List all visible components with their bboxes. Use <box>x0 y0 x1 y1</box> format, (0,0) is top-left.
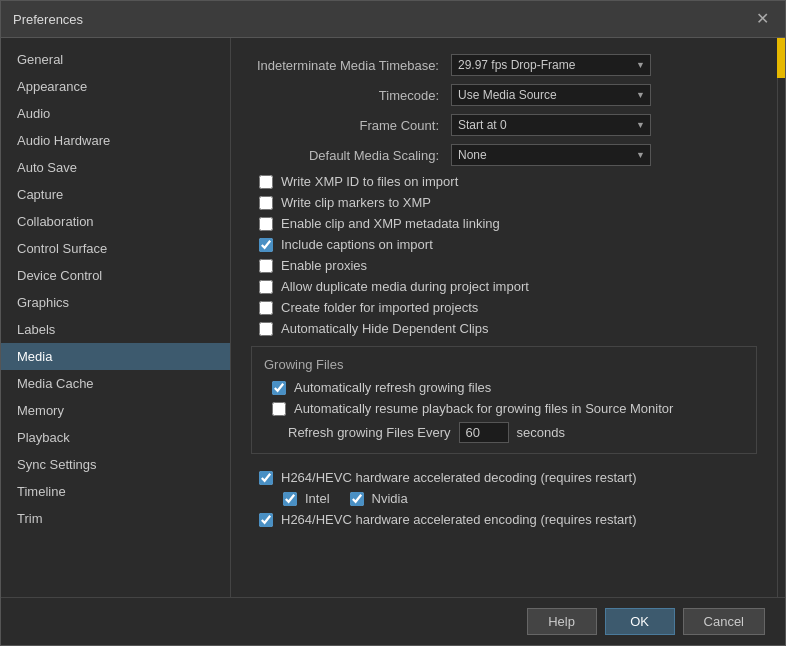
cb1-checkbox[interactable] <box>259 175 273 189</box>
checkbox-row-cb8: Automatically Hide Dependent Clips <box>251 321 757 336</box>
sidebar-item-graphics[interactable]: Graphics <box>1 289 230 316</box>
dialog-body: GeneralAppearanceAudioAudio HardwareAuto… <box>1 38 785 597</box>
right-accent <box>777 38 785 597</box>
checkbox-row-cb2: Write clip markers to XMP <box>251 195 757 210</box>
sidebar-item-auto-save[interactable]: Auto Save <box>1 154 230 181</box>
sidebar-item-trim[interactable]: Trim <box>1 505 230 532</box>
indeterminate-select-wrapper: 29.97 fps Drop-Frame <box>451 54 651 76</box>
sidebar-item-control-surface[interactable]: Control Surface <box>1 235 230 262</box>
cb4-checkbox[interactable] <box>259 238 273 252</box>
sidebar: GeneralAppearanceAudioAudio HardwareAuto… <box>1 38 231 597</box>
title-bar: Preferences ✕ <box>1 1 785 38</box>
growing-files-section: Growing Files Automatically refresh grow… <box>251 346 757 454</box>
checkboxes-container: Write XMP ID to files on importWrite cli… <box>251 174 757 336</box>
cb3-checkbox[interactable] <box>259 217 273 231</box>
refresh-row: Refresh growing Files Every seconds <box>264 422 744 443</box>
hw-decode-checkbox[interactable] <box>259 471 273 485</box>
cb6-label: Allow duplicate media during project imp… <box>281 279 529 294</box>
hw-encode-checkbox[interactable] <box>259 513 273 527</box>
cb7-checkbox[interactable] <box>259 301 273 315</box>
intel-checkbox[interactable] <box>283 492 297 506</box>
close-button[interactable]: ✕ <box>752 9 773 29</box>
cb5-checkbox[interactable] <box>259 259 273 273</box>
timecode-select[interactable]: Use Media Source <box>451 84 651 106</box>
indeterminate-row: Indeterminate Media Timebase: 29.97 fps … <box>251 54 757 76</box>
sidebar-item-audio-hardware[interactable]: Audio Hardware <box>1 127 230 154</box>
refresh-input[interactable] <box>459 422 509 443</box>
sidebar-item-labels[interactable]: Labels <box>1 316 230 343</box>
auto-refresh-row: Automatically refresh growing files <box>264 380 744 395</box>
timecode-select-wrapper: Use Media Source <box>451 84 651 106</box>
preferences-dialog: Preferences ✕ GeneralAppearanceAudioAudi… <box>0 0 786 646</box>
nvidia-label: Nvidia <box>372 491 408 506</box>
cb6-checkbox[interactable] <box>259 280 273 294</box>
cb4-label: Include captions on import <box>281 237 433 252</box>
sidebar-item-playback[interactable]: Playback <box>1 424 230 451</box>
frame-count-row: Frame Count: Start at 0 <box>251 114 757 136</box>
sidebar-item-audio[interactable]: Audio <box>1 100 230 127</box>
sidebar-item-media[interactable]: Media <box>1 343 230 370</box>
hw-encode-row: H264/HEVC hardware accelerated encoding … <box>251 512 757 527</box>
cb5-label: Enable proxies <box>281 258 367 273</box>
cb8-checkbox[interactable] <box>259 322 273 336</box>
hw-decode-label: H264/HEVC hardware accelerated decoding … <box>281 470 637 485</box>
frame-count-label: Frame Count: <box>251 118 451 133</box>
sidebar-item-collaboration[interactable]: Collaboration <box>1 208 230 235</box>
sidebar-item-timeline[interactable]: Timeline <box>1 478 230 505</box>
scaling-select[interactable]: None <box>451 144 651 166</box>
dialog-footer: Help OK Cancel <box>1 597 785 645</box>
cancel-button[interactable]: Cancel <box>683 608 765 635</box>
cb2-checkbox[interactable] <box>259 196 273 210</box>
checkbox-row-cb5: Enable proxies <box>251 258 757 273</box>
intel-label: Intel <box>305 491 330 506</box>
sidebar-item-media-cache[interactable]: Media Cache <box>1 370 230 397</box>
sidebar-item-device-control[interactable]: Device Control <box>1 262 230 289</box>
scaling-select-wrapper: None <box>451 144 651 166</box>
cb8-label: Automatically Hide Dependent Clips <box>281 321 488 336</box>
growing-files-title: Growing Files <box>264 357 744 372</box>
auto-resume-row: Automatically resume playback for growin… <box>264 401 744 416</box>
auto-resume-checkbox[interactable] <box>272 402 286 416</box>
indeterminate-select[interactable]: 29.97 fps Drop-Frame <box>451 54 651 76</box>
dialog-title: Preferences <box>13 12 83 27</box>
scaling-label: Default Media Scaling: <box>251 148 451 163</box>
yellow-scroll-indicator <box>777 38 785 78</box>
refresh-label: Refresh growing Files Every <box>288 425 451 440</box>
auto-resume-label: Automatically resume playback for growin… <box>294 401 673 416</box>
ok-button[interactable]: OK <box>605 608 675 635</box>
nvidia-checkbox[interactable] <box>350 492 364 506</box>
refresh-unit: seconds <box>517 425 565 440</box>
auto-refresh-label: Automatically refresh growing files <box>294 380 491 395</box>
help-button[interactable]: Help <box>527 608 597 635</box>
sidebar-item-memory[interactable]: Memory <box>1 397 230 424</box>
auto-refresh-checkbox[interactable] <box>272 381 286 395</box>
content-area: Indeterminate Media Timebase: 29.97 fps … <box>231 38 777 597</box>
cb1-label: Write XMP ID to files on import <box>281 174 458 189</box>
sidebar-item-capture[interactable]: Capture <box>1 181 230 208</box>
indeterminate-label: Indeterminate Media Timebase: <box>251 58 451 73</box>
cb2-label: Write clip markers to XMP <box>281 195 431 210</box>
frame-count-select[interactable]: Start at 0 <box>451 114 651 136</box>
checkbox-row-cb4: Include captions on import <box>251 237 757 252</box>
hw-decode-row: H264/HEVC hardware accelerated decoding … <box>251 470 757 485</box>
checkbox-row-cb3: Enable clip and XMP metadata linking <box>251 216 757 231</box>
nvidia-row: Nvidia <box>350 491 408 506</box>
hardware-section: H264/HEVC hardware accelerated decoding … <box>251 470 757 527</box>
hw-encode-label: H264/HEVC hardware accelerated encoding … <box>281 512 637 527</box>
timecode-label: Timecode: <box>251 88 451 103</box>
sidebar-item-general[interactable]: General <box>1 46 230 73</box>
hw-sub-checkboxes: Intel Nvidia <box>251 491 757 512</box>
checkbox-row-cb1: Write XMP ID to files on import <box>251 174 757 189</box>
checkbox-row-cb7: Create folder for imported projects <box>251 300 757 315</box>
intel-row: Intel <box>283 491 330 506</box>
frame-count-select-wrapper: Start at 0 <box>451 114 651 136</box>
sidebar-item-appearance[interactable]: Appearance <box>1 73 230 100</box>
sidebar-item-sync-settings[interactable]: Sync Settings <box>1 451 230 478</box>
timecode-row: Timecode: Use Media Source <box>251 84 757 106</box>
cb3-label: Enable clip and XMP metadata linking <box>281 216 500 231</box>
scaling-row: Default Media Scaling: None <box>251 144 757 166</box>
checkbox-row-cb6: Allow duplicate media during project imp… <box>251 279 757 294</box>
cb7-label: Create folder for imported projects <box>281 300 478 315</box>
